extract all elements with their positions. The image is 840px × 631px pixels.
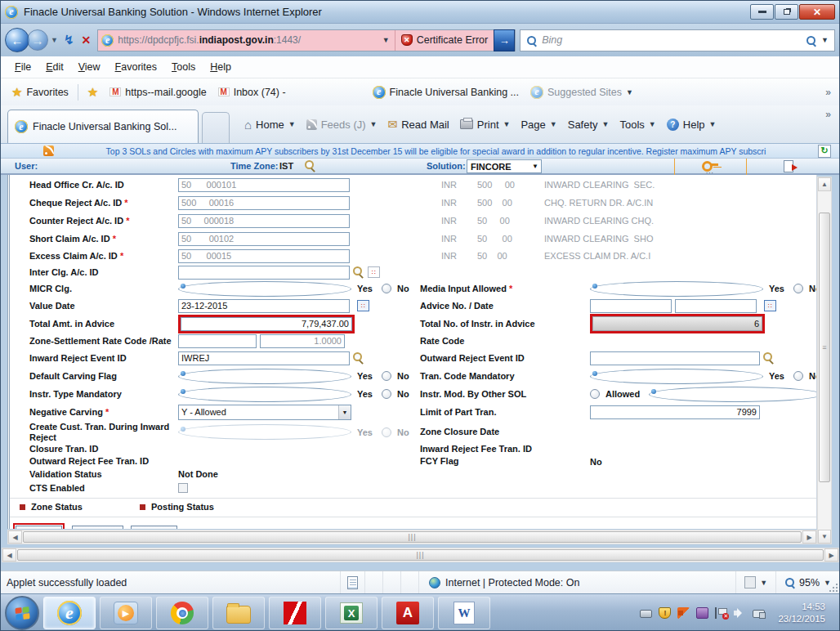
advice-calendar-icon[interactable]: ∷: [764, 300, 776, 311]
recent-pages-dropdown[interactable]: ▼: [48, 36, 60, 44]
outer-horizontal-scrollbar[interactable]: ◀ ||| ▶: [2, 548, 839, 562]
taskbar-excel-button[interactable]: X: [325, 597, 378, 629]
posting-status-label[interactable]: Posting Status: [151, 502, 214, 512]
suggested-sites-button[interactable]: e Suggested Sites ▼: [525, 83, 639, 102]
page-button[interactable]: Page ▼: [521, 119, 556, 131]
zone-rate-code-input[interactable]: [178, 334, 257, 348]
safety-button[interactable]: Safety ▼: [568, 119, 610, 131]
taskbar-acrobat-button[interactable]: A: [382, 597, 434, 629]
value-date-calendar-icon[interactable]: ∷: [357, 300, 369, 311]
help-button[interactable]: ? Help ▼: [667, 119, 717, 131]
minimize-button[interactable]: [750, 4, 774, 20]
cmdbar-chevron-icon[interactable]: »: [825, 109, 834, 120]
zone-status-label[interactable]: Zone Status: [31, 502, 83, 512]
compatibility-view-button[interactable]: ▼: [735, 571, 775, 593]
inner-horizontal-scrollbar[interactable]: ◀ ||| ▶: [7, 530, 817, 544]
value-date-input[interactable]: 23-12-2015: [178, 299, 350, 313]
scroll-up-icon[interactable]: ▲: [818, 177, 831, 191]
menu-tools[interactable]: Tools: [164, 58, 203, 76]
start-button[interactable]: [5, 596, 39, 630]
negative-carving-select[interactable]: Y - Allowed▼: [178, 405, 351, 420]
session-search-icon[interactable]: [305, 160, 316, 172]
menu-help[interactable]: Help: [203, 58, 239, 76]
refresh-button[interactable]: ↯: [60, 33, 78, 47]
search-options-dropdown-icon[interactable]: ▼: [821, 36, 829, 44]
print-dropdown-icon[interactable]: ▼: [503, 120, 511, 128]
micr-no-radio[interactable]: [382, 284, 391, 293]
instr-mod-allowed-radio[interactable]: [590, 389, 600, 399]
inner-scroll-left-icon[interactable]: ◀: [8, 530, 22, 544]
outer-scroll-left-icon[interactable]: ◀: [2, 548, 16, 562]
tran-code-yes-radio[interactable]: [590, 369, 763, 384]
tray-speaker-icon[interactable]: [734, 607, 746, 619]
inter-clg-input[interactable]: [178, 266, 350, 280]
micr-yes-radio[interactable]: [178, 281, 351, 297]
limit-part-input[interactable]: 7999: [590, 405, 760, 419]
outer-horizontal-scroll-thumb[interactable]: |||: [17, 549, 824, 561]
back-button[interactable]: ←: [5, 28, 29, 52]
scroll-down-icon[interactable]: ▼: [818, 530, 831, 544]
vertical-scroll-thumb[interactable]: ≡: [819, 213, 830, 482]
validate-button[interactable]: Validate: [72, 526, 123, 529]
home-dropdown-icon[interactable]: ▼: [288, 120, 296, 128]
new-tab-button[interactable]: [202, 112, 230, 143]
search-icon[interactable]: [806, 35, 816, 46]
taskbar-redapp-button[interactable]: [269, 597, 321, 629]
taskbar-word-button[interactable]: W: [438, 597, 490, 629]
certificate-error-badge[interactable]: ✕ Certificate Error: [395, 30, 494, 51]
default-carving-yes-radio[interactable]: [178, 369, 351, 384]
inner-horizontal-scroll-thumb[interactable]: |||: [23, 531, 802, 543]
menu-favorites[interactable]: Favorites: [108, 58, 164, 76]
forward-button[interactable]: →: [27, 29, 48, 51]
go-button[interactable]: →: [494, 29, 515, 51]
home-button[interactable]: ⌂ Home ▼: [244, 118, 296, 132]
address-dropdown-icon[interactable]: ▼: [378, 36, 395, 44]
solution-select[interactable]: FINCORE ▼: [467, 159, 542, 173]
taskbar-explorer-button[interactable]: [212, 597, 265, 629]
taskbar-clock[interactable]: 14:53 23/12/2015: [771, 601, 832, 625]
tools-button[interactable]: Tools ▼: [620, 119, 656, 131]
inward-reject-input[interactable]: IWREJ: [178, 351, 350, 365]
banner-refresh-icon[interactable]: ↻: [818, 145, 831, 158]
taskbar-chrome-button[interactable]: [156, 597, 208, 629]
search-box[interactable]: Bing ▼: [520, 29, 835, 51]
stop-button[interactable]: ✕: [78, 34, 96, 47]
signout-icon[interactable]: [784, 160, 793, 172]
tray-volume-icon[interactable]: [677, 607, 690, 619]
total-amt-input[interactable]: 7,79,437.00: [181, 317, 352, 331]
outward-reject-lookup-icon[interactable]: [763, 352, 775, 364]
inner-scroll-right-icon[interactable]: ▶: [802, 530, 816, 544]
tray-network-icon[interactable]: [753, 610, 765, 618]
tray-action-center-icon[interactable]: [715, 607, 727, 619]
favbar-chevron-icon[interactable]: »: [825, 87, 834, 98]
tray-app-icon[interactable]: [696, 607, 708, 619]
tray-display-icon[interactable]: [640, 610, 652, 618]
inter-clg-grid-icon[interactable]: ∷: [368, 266, 380, 278]
media-input-no-radio[interactable]: [793, 284, 803, 293]
print-button[interactable]: Print ▼: [460, 119, 511, 131]
menu-view[interactable]: View: [71, 58, 108, 76]
inward-reject-lookup-icon[interactable]: [353, 352, 364, 364]
inter-clg-lookup-icon[interactable]: [353, 266, 364, 278]
menu-edit[interactable]: Edit: [38, 58, 71, 76]
favorite-finacle[interactable]: e Finacle Universal Banking ...: [367, 83, 525, 102]
taskbar-ie-button[interactable]: e: [43, 597, 96, 629]
read-mail-button[interactable]: ✉ Read Mail: [388, 118, 449, 131]
favorites-button[interactable]: ★ Favorites: [6, 82, 74, 103]
cancel-button[interactable]: Cancel: [131, 526, 177, 529]
address-bar[interactable]: e https://dpdcpfjc.fsi.indiapost.gov.in:…: [97, 29, 516, 51]
media-input-yes-radio[interactable]: [590, 281, 763, 297]
tab-finacle[interactable]: e Finacle Universal Banking Sol...: [7, 110, 199, 143]
menu-file[interactable]: File: [7, 58, 38, 76]
instr-type-no-radio[interactable]: [382, 389, 391, 399]
add-favorite-button[interactable]: ★: [82, 82, 104, 103]
taskbar-media-player-button[interactable]: ▶: [100, 597, 152, 629]
submit-button[interactable]: Submit: [16, 526, 62, 529]
tray-security-shield-icon[interactable]: !: [659, 607, 671, 619]
outer-scroll-right-icon[interactable]: ▶: [824, 548, 838, 562]
favorite-gmail[interactable]: M https--mail.google: [104, 83, 212, 101]
default-carving-no-radio[interactable]: [382, 371, 391, 381]
vertical-scrollbar[interactable]: ▲ ≡ ▼: [817, 177, 832, 544]
url-text[interactable]: https://dpdcpfjc.fsi.indiapost.gov.in:14…: [118, 34, 378, 46]
instr-mod-notallowed-radio[interactable]: [649, 387, 817, 402]
